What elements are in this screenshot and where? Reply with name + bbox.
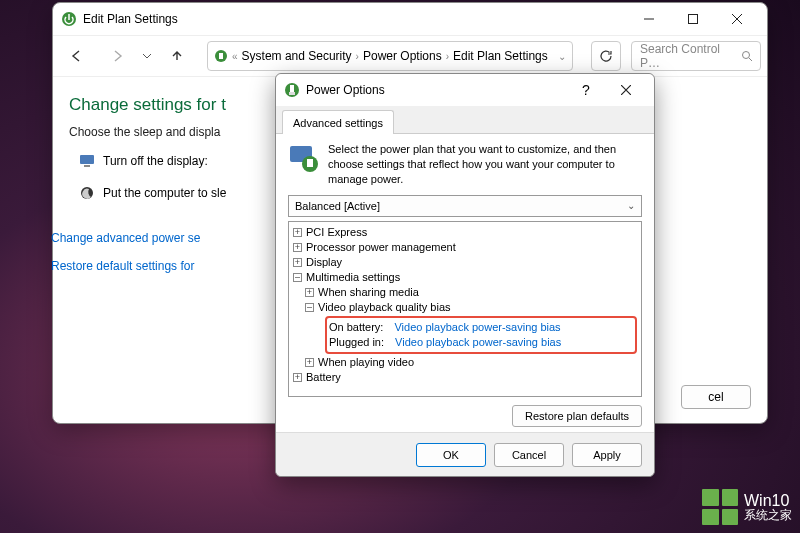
- dialog-titlebar: Power Options ?: [276, 74, 654, 106]
- power-plan-combo[interactable]: Balanced [Active] ⌄: [288, 195, 642, 217]
- expand-icon[interactable]: +: [305, 358, 314, 367]
- watermark: Win10 系统之家: [702, 489, 792, 525]
- outer-titlebar: Edit Plan Settings: [53, 3, 767, 35]
- tree-item[interactable]: Processor power management: [306, 240, 456, 255]
- svg-rect-5: [80, 155, 94, 164]
- toolbar: « System and Security › Power Options › …: [53, 35, 767, 77]
- svg-rect-10: [289, 92, 295, 95]
- search-placeholder: Search Control P…: [640, 42, 735, 70]
- power-plan-icon: [61, 11, 77, 27]
- help-button[interactable]: ?: [566, 75, 606, 105]
- power-plan-large-icon: [288, 142, 320, 174]
- dialog-footer: OK Cancel Apply: [276, 432, 654, 476]
- chevron-down-icon: ⌄: [627, 200, 635, 211]
- power-options-dialog: Power Options ? Advanced settings Select…: [275, 73, 655, 477]
- close-button[interactable]: [715, 4, 759, 34]
- forward-button[interactable]: [99, 41, 135, 71]
- svg-rect-3: [219, 53, 223, 59]
- option-label: Put the computer to sle: [103, 186, 226, 200]
- back-button[interactable]: [59, 41, 95, 71]
- highlight-box: On battery: Video playback power-saving …: [325, 316, 637, 354]
- up-button[interactable]: [159, 41, 195, 71]
- collapse-icon[interactable]: –: [293, 273, 302, 282]
- svg-rect-13: [307, 159, 313, 167]
- breadcrumb-item[interactable]: Edit Plan Settings: [453, 49, 548, 63]
- collapse-icon[interactable]: –: [305, 303, 314, 312]
- moon-icon: [79, 185, 95, 201]
- option-label: Turn off the display:: [103, 154, 208, 168]
- minimize-button[interactable]: [627, 4, 671, 34]
- tabstrip: Advanced settings: [276, 106, 654, 134]
- expand-icon[interactable]: +: [293, 228, 302, 237]
- tree-item[interactable]: When sharing media: [318, 285, 419, 300]
- setting-label: Plugged in:: [329, 335, 384, 350]
- setting-label: On battery:: [329, 320, 383, 335]
- address-bar[interactable]: « System and Security › Power Options › …: [207, 41, 573, 71]
- svg-point-4: [742, 52, 749, 59]
- tree-item[interactable]: Battery: [306, 370, 341, 385]
- expand-icon[interactable]: +: [293, 243, 302, 252]
- chevron-right-icon: ›: [446, 51, 449, 62]
- tree-item[interactable]: Video playback quality bias: [318, 300, 451, 315]
- watermark-title: Win10: [744, 492, 792, 510]
- breadcrumb-item[interactable]: System and Security: [242, 49, 352, 63]
- close-button[interactable]: [606, 75, 646, 105]
- refresh-button[interactable]: [591, 41, 621, 71]
- tree-item[interactable]: Display: [306, 255, 342, 270]
- apply-button[interactable]: Apply: [572, 443, 642, 467]
- chevron-right-icon: ›: [356, 51, 359, 62]
- cancel-button[interactable]: cel: [681, 385, 751, 409]
- recent-dropdown[interactable]: [139, 41, 155, 71]
- search-icon: [741, 50, 752, 62]
- maximize-button[interactable]: [671, 4, 715, 34]
- battery-icon: [214, 49, 228, 63]
- tree-item[interactable]: When playing video: [318, 355, 414, 370]
- settings-tree[interactable]: +PCI Express +Processor power management…: [288, 221, 642, 397]
- svg-rect-1: [689, 15, 698, 24]
- expand-icon[interactable]: +: [305, 288, 314, 297]
- setting-value-link[interactable]: Video playback power-saving bias: [395, 335, 561, 350]
- power-icon: [284, 82, 300, 98]
- dialog-intro-text: Select the power plan that you want to c…: [328, 142, 642, 187]
- restore-plan-defaults-button[interactable]: Restore plan defaults: [512, 405, 642, 427]
- dialog-body: Select the power plan that you want to c…: [276, 134, 654, 432]
- combo-value: Balanced [Active]: [295, 200, 380, 212]
- breadcrumb-item[interactable]: Power Options: [363, 49, 442, 63]
- expand-icon[interactable]: +: [293, 258, 302, 267]
- cancel-button[interactable]: Cancel: [494, 443, 564, 467]
- svg-rect-6: [84, 165, 90, 167]
- expand-icon[interactable]: +: [293, 373, 302, 382]
- display-icon: [79, 153, 95, 169]
- dialog-title: Power Options: [306, 83, 566, 97]
- svg-rect-9: [290, 85, 294, 92]
- tree-item[interactable]: PCI Express: [306, 225, 367, 240]
- watermark-logo-icon: [702, 489, 738, 525]
- ok-button[interactable]: OK: [416, 443, 486, 467]
- search-input[interactable]: Search Control P…: [631, 41, 761, 71]
- tree-item[interactable]: Multimedia settings: [306, 270, 400, 285]
- tab-advanced-settings[interactable]: Advanced settings: [282, 110, 394, 134]
- outer-window-title: Edit Plan Settings: [83, 12, 627, 26]
- watermark-subtitle: 系统之家: [744, 509, 792, 522]
- setting-value-link[interactable]: Video playback power-saving bias: [394, 320, 560, 335]
- chevron-down-icon[interactable]: ⌄: [558, 51, 566, 62]
